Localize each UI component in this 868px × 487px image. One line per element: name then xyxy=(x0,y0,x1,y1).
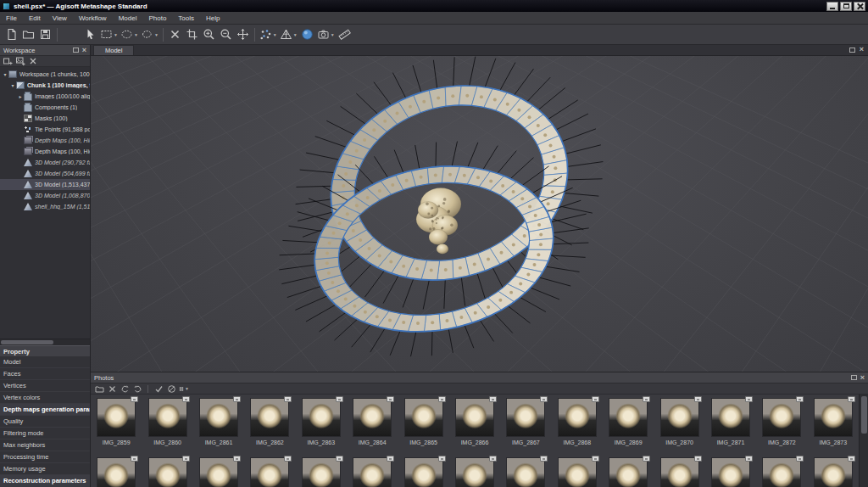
tree-item[interactable]: shell_hhq_15M (1,513,437 xyxy=(0,201,90,212)
tab-model[interactable]: Model xyxy=(93,45,134,55)
photo-image[interactable] xyxy=(200,458,237,487)
tree-item[interactable]: Masks (100) xyxy=(0,113,90,124)
property-row[interactable]: Model xyxy=(0,356,90,368)
photo-thumbnail[interactable] xyxy=(347,454,398,487)
photo-thumbnail[interactable]: IMG_2873 xyxy=(808,395,859,454)
property-row[interactable]: Vertices xyxy=(0,380,90,392)
photo-image[interactable] xyxy=(97,458,135,487)
photo-image[interactable] xyxy=(712,458,749,487)
rotate-right-button[interactable] xyxy=(132,384,142,394)
photo-thumbnail[interactable] xyxy=(142,454,192,487)
resize-region-button[interactable] xyxy=(184,26,200,43)
photo-thumbnail[interactable] xyxy=(398,454,448,487)
workspace-horizontal-scrollbar[interactable] xyxy=(0,339,90,345)
property-row[interactable]: Memory usage xyxy=(0,463,90,475)
maximize-button[interactable] xyxy=(840,2,852,11)
mesh-view-button[interactable]: ▼ xyxy=(279,26,298,43)
photos-scrollbar[interactable] xyxy=(859,395,868,487)
tree-item[interactable]: Components (1) xyxy=(0,102,90,113)
rectangle-selection-button[interactable]: ▼ xyxy=(99,26,119,43)
photo-thumbnail[interactable]: IMG_2872 xyxy=(756,395,807,454)
photo-thumbnail[interactable] xyxy=(705,454,756,487)
menu-item-help[interactable]: Help xyxy=(200,12,225,24)
tree-item[interactable]: Tie Points (91,588 points) xyxy=(0,124,90,135)
add-chunk-button[interactable] xyxy=(3,57,13,66)
save-project-button[interactable] xyxy=(37,26,53,43)
model-viewport[interactable] xyxy=(91,56,868,372)
photo-thumbnail[interactable]: IMG_2860 xyxy=(142,395,192,454)
photo-image[interactable] xyxy=(712,399,749,436)
menu-item-file[interactable]: File xyxy=(0,12,23,24)
photo-image[interactable] xyxy=(609,458,647,487)
point-cloud-view-button[interactable]: ▼ xyxy=(259,26,278,43)
photo-thumbnail[interactable]: IMG_2861 xyxy=(193,395,244,454)
photo-image[interactable] xyxy=(507,399,544,436)
zoom-out-button[interactable] xyxy=(218,26,234,43)
move-object-button[interactable] xyxy=(235,26,251,43)
property-row[interactable]: Quality xyxy=(0,416,90,428)
tree-item[interactable]: 3D Model (290,792 faces, H xyxy=(0,157,90,168)
menu-item-view[interactable]: View xyxy=(47,12,73,24)
photo-image[interactable] xyxy=(149,458,186,487)
photo-image[interactable] xyxy=(763,458,800,487)
photo-image[interactable] xyxy=(559,458,596,487)
photo-image[interactable] xyxy=(661,458,698,487)
remove-item-button[interactable] xyxy=(28,57,38,66)
photo-image[interactable] xyxy=(303,458,340,487)
expander-icon[interactable]: ▸ xyxy=(17,93,24,99)
photo-thumbnail[interactable]: IMG_2871 xyxy=(705,395,756,454)
menu-item-model[interactable]: Model xyxy=(113,12,143,24)
disable-photo-button[interactable] xyxy=(166,384,176,394)
float-panel-icon[interactable] xyxy=(851,375,857,380)
photo-image[interactable] xyxy=(456,458,493,487)
photo-thumbnail[interactable] xyxy=(552,454,603,487)
property-section-header[interactable]: Depth maps generation parameters xyxy=(0,404,90,416)
expander-icon[interactable]: ▾ xyxy=(9,82,16,88)
photo-image[interactable] xyxy=(405,399,442,436)
photo-thumbnail[interactable]: IMG_2866 xyxy=(449,395,500,454)
property-section-header[interactable]: Reconstruction parameters xyxy=(0,475,90,487)
tree-item[interactable]: 3D Model (1,008,870 faces, xyxy=(0,190,90,201)
photo-image[interactable] xyxy=(251,399,288,436)
tree-item[interactable]: 3D Model (1,513,437 faces, xyxy=(0,179,90,190)
float-pane-icon[interactable] xyxy=(849,48,855,53)
photo-thumbnail[interactable]: IMG_2859 xyxy=(91,395,142,454)
photo-image[interactable] xyxy=(405,458,442,487)
photo-thumbnail[interactable] xyxy=(500,454,551,487)
view-mode-button[interactable]: ▼ xyxy=(179,384,189,394)
navigation-mode-button[interactable] xyxy=(299,26,315,43)
property-row[interactable]: Filtering mode xyxy=(0,428,90,439)
delete-selection-button[interactable] xyxy=(167,26,183,43)
tree-item[interactable]: 3D Model (504,699 faces, H xyxy=(0,168,90,179)
photo-image[interactable] xyxy=(609,399,647,436)
close-panel-icon[interactable]: × xyxy=(860,375,865,381)
photo-image[interactable] xyxy=(200,399,237,436)
freeform-selection-button[interactable]: ▼ xyxy=(140,26,159,43)
photo-thumbnail[interactable]: IMG_2870 xyxy=(654,395,704,454)
photo-image[interactable] xyxy=(353,458,391,487)
scrollbar-thumb[interactable] xyxy=(1,340,53,344)
photo-thumbnail[interactable] xyxy=(193,454,244,487)
photo-image[interactable] xyxy=(763,399,800,436)
photo-thumbnail[interactable]: IMG_2867 xyxy=(500,395,551,454)
menu-item-tools[interactable]: Tools xyxy=(172,12,200,24)
open-photo-button[interactable] xyxy=(94,384,104,394)
photo-image[interactable] xyxy=(456,399,493,436)
photo-thumbnail[interactable] xyxy=(91,454,142,487)
scrollbar-thumb[interactable] xyxy=(861,396,867,434)
enable-photo-button[interactable] xyxy=(153,384,164,394)
photo-thumbnail[interactable]: IMG_2863 xyxy=(296,395,347,454)
expander-icon[interactable]: ▾ xyxy=(2,71,8,77)
minimize-button[interactable] xyxy=(826,2,838,11)
photo-thumbnail[interactable] xyxy=(603,454,654,487)
rotate-left-button[interactable] xyxy=(120,384,130,394)
tree-item[interactable]: ▾Chunk 1 (100 images, 91,588 points) xyxy=(0,80,90,91)
photo-thumbnail[interactable] xyxy=(449,454,500,487)
ruler-button[interactable] xyxy=(337,26,353,43)
property-row[interactable]: Faces xyxy=(0,368,90,380)
tree-item[interactable]: ▸Images (100/100 aligned) xyxy=(0,91,90,102)
float-panel-icon[interactable] xyxy=(73,48,79,53)
close-pane-icon[interactable]: × xyxy=(860,47,864,53)
photo-image[interactable] xyxy=(149,399,186,436)
new-project-button[interactable] xyxy=(3,26,19,43)
